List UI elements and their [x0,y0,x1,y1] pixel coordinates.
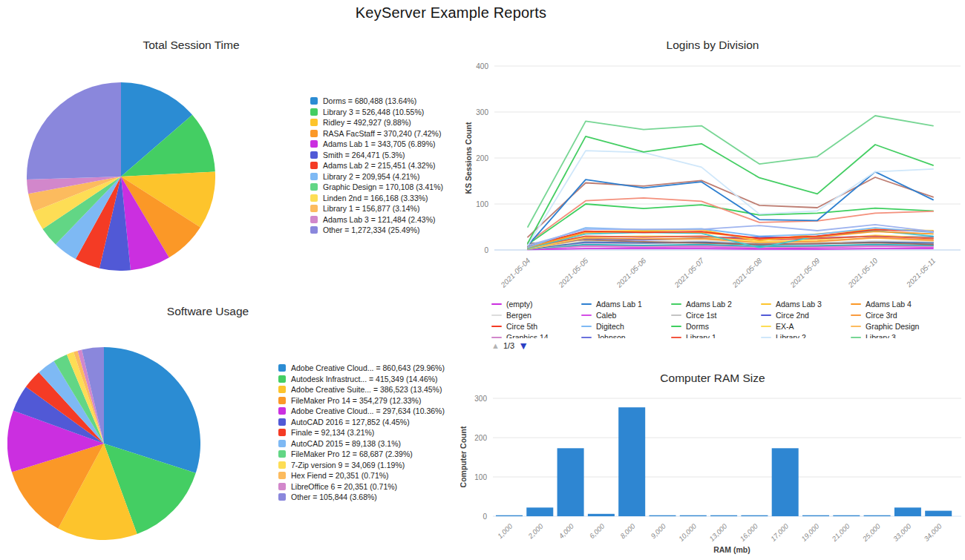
legend-label: Digitech [596,322,624,331]
svg-text:10,000: 10,000 [677,521,699,543]
legend-label: Adobe Creative Suite... = 386,523 (13.45… [291,385,442,394]
legend-item-linden-2nd: Linden 2nd = 166,168 (3.33%) [310,193,443,204]
legend-label: (empty) [506,300,533,309]
bar-9-000 [650,515,676,516]
y-tick-label: 300 [476,108,488,116]
legend-item-graphic-design: Graphic Design = 170,108 (3.41%) [310,182,443,193]
legend-item-7-zip-version-9: 7-Zip version 9 = 34,069 (1.19%) [278,460,445,471]
legend-swatch [851,337,861,338]
legend-item-library-1: Library 1 [671,332,716,338]
y-axis-title: Computer Count [460,426,468,487]
legend-label: Dorms [686,322,709,331]
svg-text:25,000: 25,000 [860,521,883,544]
legend-item-libreoffice-6: LibreOffice 6 = 20,351 (0.71%) [278,481,445,493]
legend-label: 7-Zip version 9 = 34,069 (1.19%) [291,461,405,470]
x-tick-label: 16,000 [738,521,759,543]
x-tick-label: 2021-05-06 [615,256,648,289]
software-usage-pie [7,347,200,540]
bar-6-000 [588,514,615,516]
legend-label: Circe 5th [506,322,537,331]
legend-swatch [491,314,502,316]
legend-label: AutoCAD 2015 = 89,138 (3.1%) [291,439,401,448]
bar-19-000 [802,515,829,516]
bar-8-000 [618,407,645,516]
legend-label: Graphics 14 [506,333,549,338]
legend-label: Adams Lab 1 [596,300,642,309]
y-axis-title: KS Sessions Count [464,122,473,194]
legend-label: Bergen [506,311,531,320]
legend-swatch [310,216,318,223]
legend-label: Linden 2nd = 166,168 (3.33%) [323,194,428,202]
x-tick-label: 9,000 [649,521,667,540]
svg-text:2021-05-05: 2021-05-05 [557,256,590,289]
legend-page-down-icon[interactable]: ▼ [518,340,529,352]
svg-text:2021-05-10: 2021-05-10 [846,256,880,289]
legend-item-autodesk-infrastruct: Autodesk Infrastruct... = 415,349 (14.46… [278,374,445,385]
legend-swatch [671,314,681,316]
bar-33-000 [894,507,921,516]
legend-swatch [310,194,318,202]
legend-item-circe-1st: Circe 1st [671,310,716,321]
legend-item-caleb: Caleb [581,310,616,321]
y-tick-label: 100 [476,200,488,208]
legend-swatch [761,303,771,305]
legend-label: Library 3 = 526,448 (10.55%) [323,108,424,116]
legend-item-ridley: Ridley = 492,927 (9.88%) [310,117,443,128]
x-tick-label: 2021-05-04 [499,256,532,289]
bar-34-000 [925,511,952,516]
legend-swatch [491,303,502,305]
legend-item-adobe-creative-cloud: Adobe Creative Cloud... = 860,643 (29.96… [278,363,445,374]
legend-label: Ridley = 492,927 (9.88%) [323,118,411,127]
page-title: KeyServer Example Reports [0,4,902,22]
x-tick-label: 2021-05-11 [904,257,937,289]
y-tick-label: 400 [476,62,488,70]
legend-swatch [278,450,286,458]
legend-item-ex-a: EX-A [761,321,794,332]
x-tick-label: 2021-05-07 [673,256,706,289]
svg-text:21,000: 21,000 [830,521,852,544]
legend-label: Adobe Creative Cloud... = 860,643 (29.96… [291,363,445,372]
legend-label: EX-A [776,322,794,331]
legend-swatch [278,418,286,426]
legend-swatch [278,461,286,469]
x-tick-label: 34,000 [922,521,943,543]
bar-2-000 [526,507,553,516]
y-tick-label: 200 [476,154,488,162]
x-axis-title: RAM (mb) [713,545,750,554]
legend-label: AutoCAD 2016 = 127,852 (4.45%) [291,418,410,426]
svg-text:2021-05-07: 2021-05-07 [673,256,706,289]
legend-swatch [671,337,681,338]
svg-text:1,000: 1,000 [496,521,514,540]
legend-label: Autodesk Infrastruct... = 415,349 (14.46… [291,375,438,383]
legend-swatch [671,303,681,305]
x-tick-label: 4,000 [557,521,575,540]
legend-swatch [761,326,771,327]
legend-item-adams-lab-4: Adams Lab 4 [851,299,912,310]
svg-text:8,000: 8,000 [618,521,637,540]
svg-text:13,000: 13,000 [707,521,729,543]
legend-swatch [310,140,318,148]
legend-item-finale: Finale = 92,134 (3.21%) [278,427,445,438]
legend-item-dorms: Dorms = 680,488 (13.64%) [310,96,443,107]
legend-page-up-icon[interactable]: ▲ [491,341,500,350]
x-tick-label: 25,000 [860,521,883,544]
x-tick-label: 6,000 [588,521,606,540]
legend-label: FileMaker Pro 14 = 354,279 (12.33%) [291,396,421,405]
bar-21-000 [833,515,860,516]
legend-swatch [310,162,318,169]
legend-swatch [310,97,318,105]
legend-label: Library 1 = 156,877 (3.14%) [323,204,419,213]
legend-item-circe-3rd: Circe 3rd [851,310,897,321]
x-tick-label: 1,000 [496,521,514,540]
legend-label: Circe 2nd [776,311,809,320]
legend-item-library-2: Library 2 [761,332,806,338]
x-tick-label: 2,000 [526,521,545,541]
bar-13-000 [710,515,737,516]
y-tick-label: 200 [474,434,487,442]
legend-swatch [581,337,592,338]
legend-label: Finale = 92,134 (3.21%) [291,428,374,437]
legend-item-circe-5th: Circe 5th [491,321,537,332]
svg-text:2021-05-09: 2021-05-09 [788,256,822,289]
x-tick-label: 10,000 [677,521,699,543]
svg-text:16,000: 16,000 [738,521,759,543]
